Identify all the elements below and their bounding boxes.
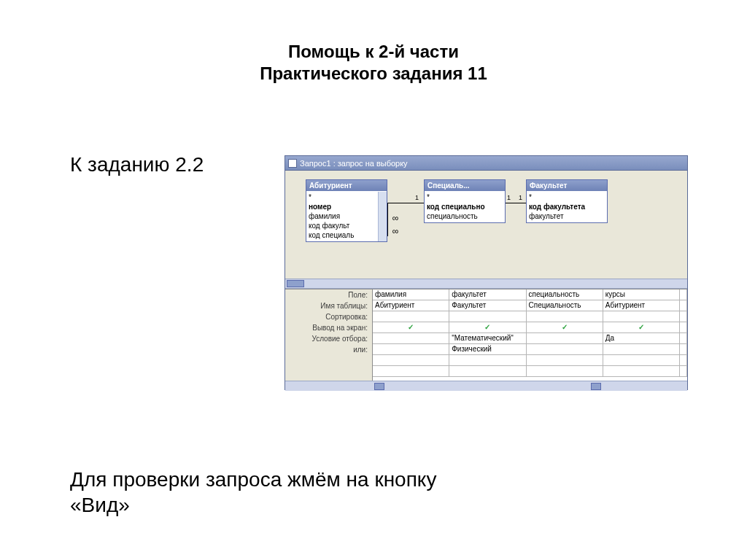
grid-cell[interactable]: Специальность <box>527 300 603 311</box>
grid-cell[interactable] <box>449 355 526 366</box>
label-show: Вывод на экран: <box>285 322 368 333</box>
grid-cell[interactable]: Факультет <box>449 300 526 311</box>
grid-checkbox[interactable]: ✓ <box>373 322 449 333</box>
grid-checkbox[interactable]: ✓ <box>603 322 680 333</box>
entity-abiturient[interactable]: Абитуриент * номер фамилия код факульт к… <box>306 179 387 242</box>
relation-one-label: 1 <box>507 194 511 201</box>
relation-many-label: ∞ <box>390 213 400 223</box>
entity-field[interactable]: код специально <box>427 202 503 211</box>
entity-field[interactable]: * <box>529 192 605 202</box>
query-designer-window: Запрос1 : запрос на выборку Абитуриент *… <box>285 155 688 390</box>
grid-cell[interactable] <box>680 300 687 311</box>
entity-scrollbar[interactable] <box>378 192 387 241</box>
entity-field[interactable]: * <box>309 192 384 202</box>
entity-field[interactable]: код факульт <box>309 221 384 230</box>
entity-field[interactable]: номер <box>309 202 384 211</box>
bottom-text: Для проверки запроса жмём на кнопку «Вид… <box>70 467 436 518</box>
entity-header: Специаль... <box>425 180 505 191</box>
grid-cell[interactable] <box>449 311 526 322</box>
grid-cell[interactable] <box>527 355 603 366</box>
entity-field[interactable]: код специаль <box>309 230 384 240</box>
grid-cell[interactable] <box>680 322 687 333</box>
window-icon <box>288 159 297 168</box>
window-title: Запрос1 : запрос на выборку <box>300 159 408 168</box>
label-sort: Сортировка: <box>285 311 368 322</box>
title-line-1: Помощь к 2-й части <box>288 42 459 61</box>
grid-cell[interactable] <box>527 344 603 355</box>
slide-title: Помощь к 2-й части Практического задания… <box>0 0 747 85</box>
relation-one-label: 1 <box>415 194 419 201</box>
bottom-line-1: Для проверки запроса жмём на кнопку <box>70 468 436 491</box>
grid-cell[interactable] <box>680 344 687 355</box>
grid-cell[interactable] <box>373 311 449 322</box>
entity-field[interactable]: * <box>427 192 503 202</box>
relation-many-label: ∞ <box>390 226 400 236</box>
entity-field[interactable]: код факультета <box>529 202 605 211</box>
grid-cell[interactable] <box>373 344 449 355</box>
label-criteria: Условие отбора: <box>285 333 368 344</box>
entity-field[interactable]: специальность <box>427 211 503 221</box>
scroll-right-button[interactable] <box>591 383 601 390</box>
grid-cell[interactable]: факультет <box>449 289 526 300</box>
entity-specialnost[interactable]: Специаль... * код специально специальнос… <box>424 179 506 223</box>
grid-cell[interactable]: Физический <box>449 344 526 355</box>
entity-header: Факультет <box>527 180 607 191</box>
entity-field-list[interactable]: * номер фамилия код факульт код специаль <box>306 191 387 241</box>
label-table: Имя таблицы: <box>285 300 368 311</box>
entity-field[interactable]: фамилия <box>309 211 384 221</box>
grid-cell[interactable] <box>373 333 449 344</box>
relation-line <box>387 203 388 236</box>
window-titlebar[interactable]: Запрос1 : запрос на выборку <box>285 156 687 171</box>
grid-checkbox[interactable]: ✓ <box>449 322 526 333</box>
grid-cell[interactable]: специальность <box>527 289 603 300</box>
grid-cell[interactable]: Да <box>603 333 680 344</box>
grid-cell[interactable] <box>680 333 687 344</box>
relation-line <box>506 203 526 203</box>
grid-cell[interactable] <box>680 355 687 366</box>
grid-cell[interactable] <box>603 311 680 322</box>
grid-cell[interactable] <box>603 366 680 377</box>
grid-cell[interactable] <box>680 311 687 322</box>
relationship-pane[interactable]: Абитуриент * номер фамилия код факульт к… <box>285 171 687 279</box>
label-or: или: <box>285 344 368 355</box>
grid-checkbox[interactable]: ✓ <box>527 322 603 333</box>
grid-cell[interactable] <box>527 311 603 322</box>
grid-cells[interactable]: фамилия факультет специальность курсы Аб… <box>373 289 687 381</box>
horizontal-scrollbar-bottom[interactable] <box>285 381 687 391</box>
grid-cell[interactable] <box>527 366 603 377</box>
entity-field-list[interactable]: * код факультета факультет <box>527 191 607 222</box>
grid-cell[interactable] <box>680 366 687 377</box>
bottom-line-2: «Вид» <box>70 494 130 516</box>
grid-cell[interactable] <box>527 333 603 344</box>
grid-cell[interactable]: "Математический" <box>449 333 526 344</box>
entity-fakultet[interactable]: Факультет * код факультета факультет <box>526 179 608 223</box>
entity-header: Абитуриент <box>306 180 387 191</box>
relation-line <box>387 203 424 203</box>
relation-one-label: 1 <box>519 194 522 201</box>
grid-cell[interactable] <box>680 289 687 300</box>
grid-cell[interactable] <box>373 355 449 366</box>
scrollbar-thumb[interactable] <box>287 280 304 287</box>
grid-cell[interactable]: курсы <box>603 289 680 300</box>
label-field: Поле: <box>285 289 368 300</box>
grid-cell[interactable] <box>603 355 680 366</box>
lead-text: К заданию 2.2 <box>70 153 204 176</box>
grid-row-labels: Поле: Имя таблицы: Сортировка: Вывод на … <box>285 289 373 381</box>
grid-cell[interactable] <box>373 366 449 377</box>
grid-cell[interactable] <box>603 344 680 355</box>
grid-cell[interactable] <box>449 366 526 377</box>
grid-cell[interactable]: фамилия <box>373 289 449 300</box>
grid-cell[interactable]: Абитуриент <box>373 300 449 311</box>
query-grid: Поле: Имя таблицы: Сортировка: Вывод на … <box>285 289 687 381</box>
entity-field[interactable]: факультет <box>529 211 605 221</box>
title-line-2: Практического задания 11 <box>260 63 487 83</box>
entity-field-list[interactable]: * код специально специальность <box>425 191 505 222</box>
scroll-left-button[interactable] <box>374 383 384 390</box>
horizontal-scrollbar-top[interactable] <box>285 279 687 289</box>
grid-cell[interactable]: Абитуриент <box>603 300 680 311</box>
